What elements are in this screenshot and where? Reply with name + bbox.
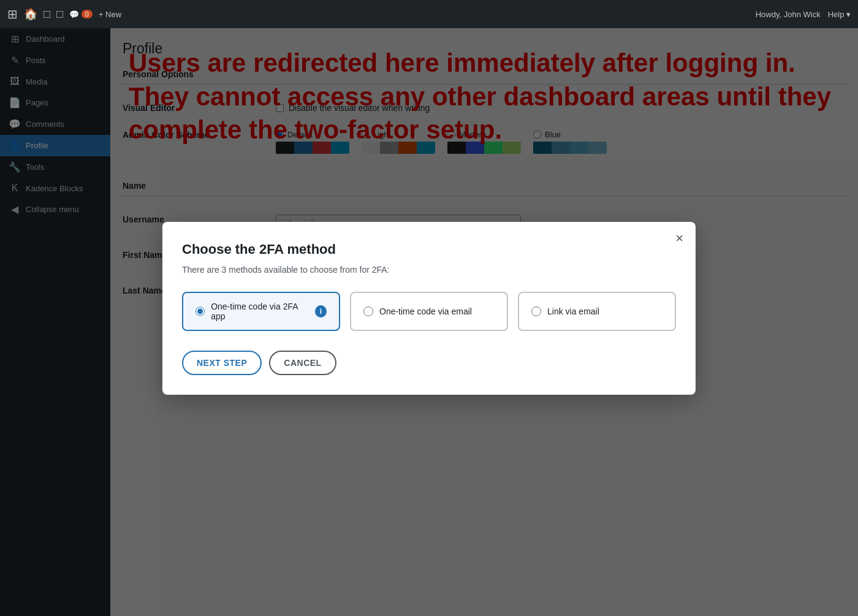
site-icon[interactable]: □ xyxy=(44,8,50,21)
admin-bar-right: Howdy, John Wick Help ▾ xyxy=(756,10,851,19)
method-email-link-radio[interactable] xyxy=(531,306,541,316)
method-app[interactable]: One-time code via 2FA app i xyxy=(182,292,340,331)
wp-logo-icon[interactable]: ⊞ xyxy=(7,7,18,21)
modal: × Choose the 2FA method There are 3 meth… xyxy=(162,222,696,395)
modal-backdrop: × Choose the 2FA method There are 3 meth… xyxy=(0,0,858,616)
method-options: One-time code via 2FA app i One-time cod… xyxy=(182,292,676,331)
cancel-button[interactable]: CANCEL xyxy=(269,351,336,375)
next-step-button[interactable]: NEXT STEP xyxy=(182,351,262,375)
admin-bar: ⊞ 🏠 □ □ 💬 0 + New Howdy, John Wick Help … xyxy=(0,0,858,28)
method-email-code-radio[interactable] xyxy=(363,306,373,316)
admin-bar-left: ⊞ 🏠 □ □ 💬 0 + New xyxy=(7,7,748,21)
new-item[interactable]: + New xyxy=(99,10,121,19)
updates-icon[interactable]: □ xyxy=(56,8,63,21)
method-app-radio[interactable] xyxy=(196,306,205,316)
comments-item[interactable]: 💬 0 xyxy=(69,10,93,19)
method-email-code[interactable]: One-time code via email xyxy=(350,292,508,331)
help-button[interactable]: Help ▾ xyxy=(828,10,851,19)
method-app-info-icon[interactable]: i xyxy=(315,305,327,318)
modal-subtitle: There are 3 methods available to choose … xyxy=(182,265,676,275)
method-app-label: One-time code via 2FA app xyxy=(211,302,309,321)
comments-badge: 0 xyxy=(82,10,93,18)
method-email-link[interactable]: Link via email xyxy=(518,292,676,331)
method-email-link-label: Link via email xyxy=(547,306,599,316)
howdy-label: Howdy, John Wick xyxy=(756,10,821,19)
modal-close-button[interactable]: × xyxy=(675,232,683,245)
modal-title: Choose the 2FA method xyxy=(182,241,676,257)
method-email-code-label: One-time code via email xyxy=(379,306,472,316)
home-icon[interactable]: 🏠 xyxy=(24,7,37,21)
modal-actions: NEXT STEP CANCEL xyxy=(182,351,676,375)
